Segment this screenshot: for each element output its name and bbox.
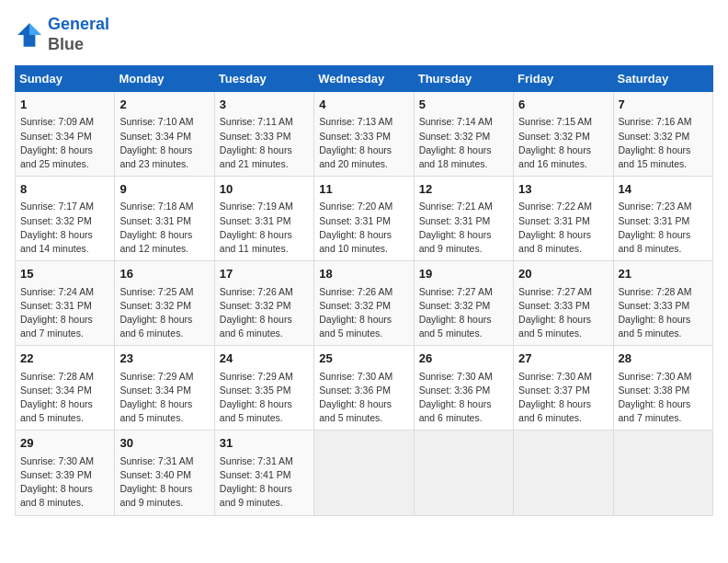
calendar-cell: 30 Sunrise: 7:31 AM Sunset: 3:40 PM Dayl… [115, 431, 214, 515]
week-row-3: 15 Sunrise: 7:24 AM Sunset: 3:31 PM Dayl… [16, 261, 713, 346]
day-info: Sunrise: 7:31 AM Sunset: 3:41 PM Dayligh… [220, 454, 309, 511]
calendar-cell: 12 Sunrise: 7:21 AM Sunset: 3:31 PM Dayl… [414, 177, 513, 261]
calendar-cell: 25 Sunrise: 7:30 AM Sunset: 3:36 PM Dayl… [314, 346, 414, 431]
day-info: Sunrise: 7:14 AM Sunset: 3:32 PM Dayligh… [419, 115, 508, 171]
week-row-1: 1 Sunrise: 7:09 AM Sunset: 3:34 PM Dayli… [16, 92, 713, 177]
day-info: Sunrise: 7:27 AM Sunset: 3:33 PM Dayligh… [518, 285, 608, 341]
calendar-cell: 15 Sunrise: 7:24 AM Sunset: 3:31 PM Dayl… [16, 261, 115, 346]
calendar-cell: 16 Sunrise: 7:25 AM Sunset: 3:32 PM Dayl… [115, 261, 214, 346]
calendar-cell: 8 Sunrise: 7:17 AM Sunset: 3:32 PM Dayli… [16, 177, 115, 261]
day-info: Sunrise: 7:30 AM Sunset: 3:36 PM Dayligh… [319, 370, 408, 426]
calendar-cell: 9 Sunrise: 7:18 AM Sunset: 3:31 PM Dayli… [115, 177, 214, 261]
day-info: Sunrise: 7:24 AM Sunset: 3:31 PM Dayligh… [20, 285, 109, 341]
day-info: Sunrise: 7:26 AM Sunset: 3:32 PM Dayligh… [220, 285, 309, 341]
day-info: Sunrise: 7:28 AM Sunset: 3:33 PM Dayligh… [619, 285, 708, 341]
day-info: Sunrise: 7:30 AM Sunset: 3:38 PM Dayligh… [619, 370, 708, 426]
day-number: 25 [319, 350, 408, 367]
day-number: 26 [419, 350, 508, 367]
calendar-cell: 20 Sunrise: 7:27 AM Sunset: 3:33 PM Dayl… [514, 261, 613, 346]
day-number: 1 [20, 97, 109, 113]
calendar-cell: 7 Sunrise: 7:16 AM Sunset: 3:32 PM Dayli… [613, 92, 712, 177]
calendar-cell: 27 Sunrise: 7:30 AM Sunset: 3:37 PM Dayl… [514, 346, 613, 431]
day-info: Sunrise: 7:30 AM Sunset: 3:36 PM Dayligh… [419, 370, 508, 426]
header-day-thursday: Thursday [414, 66, 513, 92]
day-number: 4 [319, 97, 408, 113]
day-number: 13 [518, 181, 608, 198]
day-info: Sunrise: 7:30 AM Sunset: 3:39 PM Dayligh… [20, 454, 109, 511]
calendar-cell: 17 Sunrise: 7:26 AM Sunset: 3:32 PM Dayl… [214, 261, 313, 346]
logo-text: GeneralBlue [48, 15, 109, 54]
calendar-cell [314, 431, 414, 515]
calendar-header: SundayMondayTuesdayWednesdayThursdayFrid… [16, 66, 713, 92]
calendar-cell: 3 Sunrise: 7:11 AM Sunset: 3:33 PM Dayli… [214, 92, 313, 177]
day-number: 28 [619, 350, 708, 367]
day-number: 23 [119, 350, 209, 367]
calendar-cell: 23 Sunrise: 7:29 AM Sunset: 3:34 PM Dayl… [115, 346, 214, 431]
day-info: Sunrise: 7:11 AM Sunset: 3:33 PM Dayligh… [220, 115, 309, 171]
day-number: 16 [119, 266, 209, 282]
calendar-cell: 11 Sunrise: 7:20 AM Sunset: 3:31 PM Dayl… [314, 177, 414, 261]
day-number: 31 [220, 435, 309, 452]
day-number: 9 [119, 181, 209, 198]
day-number: 5 [419, 97, 508, 113]
calendar-body: 1 Sunrise: 7:09 AM Sunset: 3:34 PM Dayli… [16, 92, 713, 515]
day-info: Sunrise: 7:13 AM Sunset: 3:33 PM Dayligh… [319, 115, 408, 171]
calendar-cell: 2 Sunrise: 7:10 AM Sunset: 3:34 PM Dayli… [115, 92, 214, 177]
day-number: 19 [419, 266, 508, 282]
day-number: 22 [20, 350, 109, 367]
day-number: 12 [419, 181, 508, 198]
header-day-sunday: Sunday [16, 66, 115, 92]
day-number: 29 [20, 435, 109, 452]
day-info: Sunrise: 7:27 AM Sunset: 3:32 PM Dayligh… [419, 285, 508, 341]
calendar-cell: 13 Sunrise: 7:22 AM Sunset: 3:31 PM Dayl… [514, 177, 613, 261]
day-number: 7 [619, 97, 708, 113]
day-number: 15 [20, 266, 109, 282]
day-number: 30 [119, 435, 209, 452]
day-info: Sunrise: 7:30 AM Sunset: 3:37 PM Dayligh… [518, 370, 608, 426]
week-row-2: 8 Sunrise: 7:17 AM Sunset: 3:32 PM Dayli… [16, 177, 713, 261]
day-number: 17 [220, 266, 309, 282]
calendar-cell [514, 431, 613, 515]
day-number: 18 [319, 266, 408, 282]
calendar-cell: 28 Sunrise: 7:30 AM Sunset: 3:38 PM Dayl… [613, 346, 712, 431]
calendar-cell [613, 431, 712, 515]
day-info: Sunrise: 7:31 AM Sunset: 3:40 PM Dayligh… [119, 454, 209, 511]
week-row-4: 22 Sunrise: 7:28 AM Sunset: 3:34 PM Dayl… [16, 346, 713, 431]
day-info: Sunrise: 7:22 AM Sunset: 3:31 PM Dayligh… [518, 200, 608, 256]
logo: GeneralBlue [15, 15, 109, 54]
page-header: GeneralBlue [15, 15, 713, 54]
header-row: SundayMondayTuesdayWednesdayThursdayFrid… [16, 66, 713, 92]
day-number: 11 [319, 181, 408, 198]
calendar-cell: 14 Sunrise: 7:23 AM Sunset: 3:31 PM Dayl… [613, 177, 712, 261]
day-info: Sunrise: 7:17 AM Sunset: 3:32 PM Dayligh… [20, 200, 109, 256]
day-number: 20 [518, 266, 608, 282]
day-info: Sunrise: 7:20 AM Sunset: 3:31 PM Dayligh… [319, 200, 408, 256]
day-number: 14 [619, 181, 708, 198]
day-number: 21 [619, 266, 708, 282]
day-info: Sunrise: 7:09 AM Sunset: 3:34 PM Dayligh… [20, 115, 109, 171]
day-number: 8 [20, 181, 109, 198]
logo-icon [15, 20, 44, 50]
calendar-cell: 6 Sunrise: 7:15 AM Sunset: 3:32 PM Dayli… [514, 92, 613, 177]
calendar-cell: 22 Sunrise: 7:28 AM Sunset: 3:34 PM Dayl… [16, 346, 115, 431]
calendar-cell: 26 Sunrise: 7:30 AM Sunset: 3:36 PM Dayl… [414, 346, 513, 431]
calendar-cell: 1 Sunrise: 7:09 AM Sunset: 3:34 PM Dayli… [16, 92, 115, 177]
day-info: Sunrise: 7:15 AM Sunset: 3:32 PM Dayligh… [518, 115, 608, 171]
header-day-wednesday: Wednesday [314, 66, 414, 92]
header-day-monday: Monday [115, 66, 214, 92]
calendar-cell: 10 Sunrise: 7:19 AM Sunset: 3:31 PM Dayl… [214, 177, 313, 261]
svg-marker-1 [29, 23, 41, 35]
header-day-friday: Friday [514, 66, 613, 92]
calendar-cell: 18 Sunrise: 7:26 AM Sunset: 3:32 PM Dayl… [314, 261, 414, 346]
day-info: Sunrise: 7:19 AM Sunset: 3:31 PM Dayligh… [220, 200, 309, 256]
day-info: Sunrise: 7:28 AM Sunset: 3:34 PM Dayligh… [20, 370, 109, 426]
day-info: Sunrise: 7:29 AM Sunset: 3:34 PM Dayligh… [119, 370, 209, 426]
header-day-tuesday: Tuesday [214, 66, 313, 92]
day-info: Sunrise: 7:16 AM Sunset: 3:32 PM Dayligh… [619, 115, 708, 171]
day-info: Sunrise: 7:23 AM Sunset: 3:31 PM Dayligh… [619, 200, 708, 256]
day-info: Sunrise: 7:10 AM Sunset: 3:34 PM Dayligh… [119, 115, 209, 171]
week-row-5: 29 Sunrise: 7:30 AM Sunset: 3:39 PM Dayl… [16, 431, 713, 515]
day-number: 6 [518, 97, 608, 113]
calendar-cell: 24 Sunrise: 7:29 AM Sunset: 3:35 PM Dayl… [214, 346, 313, 431]
day-number: 27 [518, 350, 608, 367]
